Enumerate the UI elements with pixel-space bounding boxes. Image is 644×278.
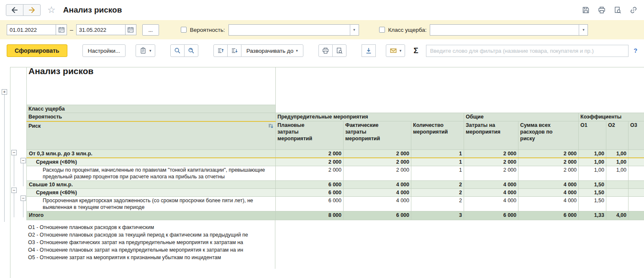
column-header-o2[interactable]: О2 (606, 121, 629, 150)
value-cell[interactable]: 1,00 (579, 150, 606, 158)
value-cell[interactable]: 1,00 (579, 166, 606, 181)
column-header-o3[interactable]: О3 (629, 121, 644, 150)
value-cell[interactable]: 4 000 (518, 189, 579, 197)
value-cell[interactable]: 4,00 (606, 211, 629, 220)
date-from-calendar-button[interactable] (56, 24, 67, 35)
probability-combobox[interactable]: ▾ (228, 24, 359, 36)
value-cell[interactable]: 1,50 (579, 189, 606, 197)
date-from-input[interactable] (7, 24, 56, 35)
column-header-actual-costs[interactable]: Фактические затраты мероприятий (344, 121, 411, 150)
risk-name-cell[interactable]: Средняя (<60%) (27, 189, 276, 197)
expand-groups-button[interactable] (227, 44, 241, 57)
settings-button[interactable]: Настройки... (82, 44, 126, 57)
value-cell[interactable]: 3 (411, 211, 464, 220)
link-icon[interactable] (629, 5, 638, 15)
value-cell[interactable]: 6 000 (276, 181, 344, 189)
copy-split-button[interactable]: ▾ (136, 44, 155, 57)
search-again-button[interactable] (184, 44, 198, 57)
value-cell[interactable]: 2 000 (344, 158, 411, 166)
value-cell[interactable]: 1,00 (606, 166, 629, 181)
column-group-common[interactable]: Общие (464, 113, 579, 121)
value-cell[interactable]: 6 000 (518, 211, 579, 220)
value-cell[interactable]: 2 000 (464, 158, 518, 166)
value-cell[interactable]: 1,50 (579, 197, 606, 211)
column-group-preventive[interactable]: Предупредительные мероприятия (276, 113, 464, 121)
value-cell[interactable] (606, 181, 629, 189)
value-cell[interactable]: 6 000 (276, 189, 344, 197)
value-cell[interactable]: 1,00 (606, 150, 629, 158)
value-cell[interactable]: 1,50 (579, 181, 606, 189)
value-cell[interactable]: 6 000 (464, 211, 518, 220)
value-cell[interactable]: 2 000 (344, 150, 411, 158)
value-cell[interactable]: 2 000 (464, 166, 518, 181)
risk-name-cell[interactable]: Расходы по процентам, начисленные по пра… (27, 166, 276, 181)
damage-class-combobox[interactable]: ▾ (430, 24, 588, 36)
value-cell[interactable]: 4 000 (464, 181, 518, 189)
value-cell[interactable]: 2 000 (464, 150, 518, 158)
value-cell[interactable] (629, 189, 644, 197)
email-split-button[interactable]: ▾ (386, 44, 405, 57)
date-to-calendar-button[interactable] (126, 24, 136, 35)
value-cell[interactable]: 6 000 (276, 197, 344, 211)
value-cell[interactable] (629, 181, 644, 189)
dim-risk-cell[interactable]: Риск (27, 121, 276, 150)
risk-name-cell[interactable]: Просроченная кредиторская задолженность … (27, 197, 276, 211)
collapse-subgroup-button[interactable]: − (21, 158, 26, 163)
period-more-button[interactable]: ... (142, 24, 159, 36)
back-button[interactable] (6, 4, 23, 16)
value-cell[interactable] (606, 189, 629, 197)
probability-checkbox[interactable] (181, 27, 187, 33)
value-cell[interactable] (629, 211, 644, 220)
value-cell[interactable]: 1,33 (579, 211, 606, 220)
value-cell[interactable]: 8 000 (276, 211, 344, 220)
value-cell[interactable] (606, 197, 629, 211)
damage-class-label[interactable]: Класс ущерба: (388, 27, 427, 33)
value-cell[interactable]: 1,00 (606, 158, 629, 166)
value-cell[interactable]: 2 000 (276, 166, 344, 181)
value-cell[interactable]: 2 000 (518, 150, 579, 158)
chevron-down-icon[interactable]: ▾ (579, 25, 588, 35)
expand-all-button[interactable]: + (2, 89, 7, 95)
sort-descending-icon[interactable] (268, 123, 274, 129)
print-icon[interactable] (597, 5, 606, 15)
column-header-total-expenses[interactable]: Сумма всех расходов по риску (518, 121, 579, 150)
value-cell[interactable]: 1 (411, 166, 464, 181)
print-button[interactable] (318, 44, 333, 57)
dim-damage-class-cell[interactable]: Класс ущерба (27, 105, 276, 113)
risk-name-cell[interactable]: Средняя (<60%) (27, 158, 276, 166)
value-cell[interactable] (629, 150, 644, 158)
risk-name-cell[interactable]: Свыше 10 млн.р. (27, 181, 276, 189)
value-cell[interactable]: 2 000 (344, 166, 411, 181)
search-button[interactable] (170, 44, 185, 57)
favorite-star-icon[interactable]: ☆ (47, 5, 56, 15)
collapse-subgroup-button[interactable]: − (21, 196, 26, 201)
column-header-measure-count[interactable]: Количество мероприятий (411, 121, 464, 150)
column-header-measure-costs[interactable]: Затраты на мероприятия (464, 121, 518, 150)
value-cell[interactable]: 2 (411, 189, 464, 197)
risk-name-cell[interactable]: Итого (27, 211, 276, 220)
value-cell[interactable] (629, 158, 644, 166)
generate-button[interactable]: Сформировать (7, 44, 67, 57)
collapse-group-button[interactable]: − (11, 150, 17, 155)
value-cell[interactable]: 2 (411, 181, 464, 189)
value-cell[interactable]: 4 000 (344, 189, 411, 197)
value-cell[interactable]: 2 000 (518, 166, 579, 181)
print-preview-button[interactable] (332, 44, 346, 57)
save-icon[interactable] (581, 5, 590, 15)
column-group-coefficients[interactable]: Коэффициенты (579, 113, 644, 121)
print-preview-icon[interactable] (613, 5, 622, 15)
probability-label[interactable]: Вероятность: (190, 27, 225, 33)
value-cell[interactable]: 1,00 (579, 158, 606, 166)
chevron-down-icon[interactable]: ▾ (350, 25, 359, 35)
value-cell[interactable]: 4 000 (464, 189, 518, 197)
value-cell[interactable]: 1 (411, 158, 464, 166)
value-cell[interactable]: 1 (411, 150, 464, 158)
forward-button[interactable] (23, 4, 41, 16)
value-cell[interactable]: 6 000 (344, 211, 411, 220)
value-cell[interactable]: 2 000 (276, 150, 344, 158)
value-cell[interactable]: 4 000 (464, 197, 518, 211)
value-cell[interactable]: 4 000 (518, 197, 579, 211)
risk-name-cell[interactable]: От 0,3 млн.р. до 3 млн.р. (27, 150, 276, 158)
date-to-input[interactable] (76, 24, 126, 35)
collapse-group-button[interactable]: − (11, 188, 17, 193)
